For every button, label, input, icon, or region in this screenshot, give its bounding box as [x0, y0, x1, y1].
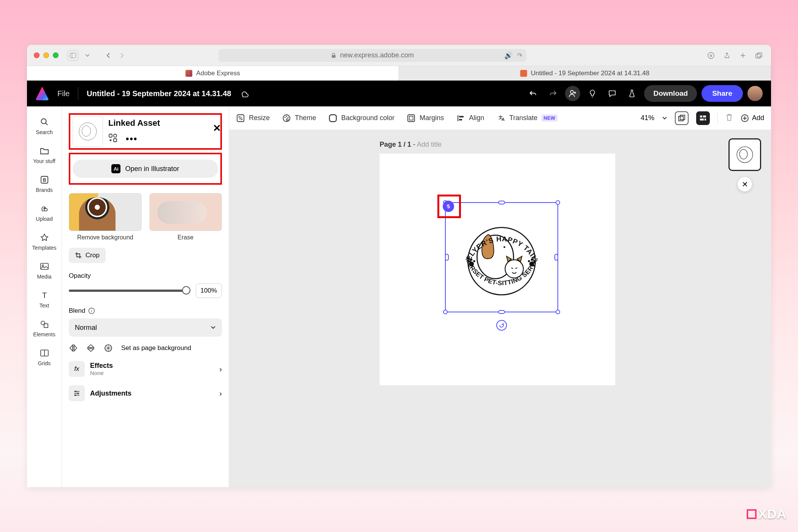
svg-rect-47	[703, 116, 706, 117]
translate-button[interactable]: 文A Translate NEW	[496, 114, 557, 123]
flip-vertical-icon[interactable]	[86, 344, 95, 353]
mask-icon[interactable]	[104, 344, 113, 353]
resize-handle-bottom[interactable]	[498, 310, 505, 314]
canvas-stage[interactable]: Page 1 / 1 - Add title ✕	[229, 130, 771, 487]
beta-button[interactable]	[624, 86, 640, 101]
opacity-slider[interactable]	[69, 290, 190, 292]
browser-chrome: new.express.adobe.com 🔊	[27, 45, 771, 66]
downloads-icon[interactable]	[706, 50, 716, 61]
add-title-placeholder[interactable]: Add title	[417, 141, 442, 148]
timeline-icon[interactable]	[696, 111, 710, 125]
theme-button[interactable]: Theme	[282, 114, 316, 123]
svg-text:B: B	[43, 177, 46, 183]
margins-button[interactable]: Margins	[407, 114, 444, 123]
rail-your-stuff[interactable]: Your stuff	[27, 141, 62, 169]
svg-rect-0	[70, 53, 76, 58]
redo-button[interactable]	[545, 86, 560, 101]
open-in-illustrator-button[interactable]: Ai Open in Illustrator	[73, 160, 218, 178]
rail-templates[interactable]: Templates	[27, 227, 62, 256]
info-icon[interactable]: i	[88, 307, 95, 314]
adjustments-row[interactable]: Adjustments ›	[69, 385, 222, 401]
more-options-icon[interactable]: •••	[126, 133, 138, 145]
rail-media[interactable]: Media	[27, 256, 62, 285]
rotate-handle[interactable]	[496, 320, 507, 331]
resize-handle-tr[interactable]	[556, 200, 560, 205]
layers-icon[interactable]	[675, 111, 689, 125]
share-icon[interactable]	[722, 50, 732, 61]
svg-rect-4	[756, 54, 760, 58]
back-button[interactable]	[103, 50, 114, 61]
maximize-window-button[interactable]	[53, 52, 59, 58]
unlink-icon[interactable]	[108, 133, 117, 145]
resize-handle-br[interactable]	[556, 310, 560, 314]
selection-box[interactable]: HELYER'S HAPPY TAILS SOMERSET PET-SITTIN…	[445, 202, 558, 312]
page-indicator[interactable]: Page 1 / 1 - Add title	[380, 141, 442, 149]
opacity-value[interactable]: 100%	[196, 283, 222, 298]
resize-handle-bl[interactable]	[443, 310, 448, 314]
browser-tab-1[interactable]: Adobe Express	[27, 66, 399, 81]
effects-row[interactable]: fx Effects None ›	[69, 361, 222, 377]
close-panel-button[interactable]: ✕	[213, 122, 221, 134]
app-logo-icon[interactable]	[35, 87, 49, 100]
resize-handle-left[interactable]	[445, 254, 449, 261]
user-avatar[interactable]	[747, 86, 763, 101]
comment-button[interactable]	[605, 86, 620, 101]
artboard[interactable]: HELYER'S HAPPY TAILS SOMERSET PET-SITTIN…	[380, 154, 615, 385]
resize-handle-top[interactable]	[498, 201, 505, 204]
favicon-icon	[185, 70, 192, 77]
new-tab-icon[interactable]	[738, 50, 748, 61]
chevron-down-icon[interactable]	[82, 50, 93, 61]
close-thumbnail-button[interactable]: ✕	[738, 177, 752, 192]
close-window-button[interactable]	[34, 52, 40, 58]
svg-rect-45	[680, 115, 685, 120]
rail-brands[interactable]: B Brands	[27, 169, 62, 198]
tabs-icon[interactable]	[754, 50, 764, 61]
linked-asset-header: Linked Asset •••	[73, 116, 218, 147]
flip-horizontal-icon[interactable]	[69, 344, 78, 353]
share-button[interactable]: Share	[701, 85, 743, 102]
rail-grids[interactable]: Grids	[27, 343, 62, 372]
slider-thumb[interactable]	[182, 286, 190, 294]
remove-bg-card[interactable]: Remove background	[69, 193, 142, 241]
asset-thumbnail[interactable]	[73, 116, 103, 147]
transform-tools: Set as page background	[69, 344, 222, 353]
rail-upload[interactable]: Upload	[27, 198, 62, 227]
set-as-bg-button[interactable]: Set as page background	[121, 344, 191, 352]
rail-search[interactable]: Search	[27, 112, 62, 141]
erase-card[interactable]: Erase	[149, 193, 222, 241]
resize-button[interactable]: Resize	[236, 114, 270, 123]
rail-elements[interactable]: Elements	[27, 314, 62, 343]
chevron-down-icon[interactable]	[662, 116, 667, 120]
zoom-value[interactable]: 41%	[641, 114, 654, 122]
cloud-sync-icon[interactable]	[239, 88, 250, 99]
url-bar[interactable]: new.express.adobe.com 🔊	[218, 49, 526, 62]
forward-button[interactable]	[116, 50, 127, 61]
svg-text:i: i	[91, 309, 92, 313]
artwork-logo[interactable]: HELYER'S HAPPY TAILS SOMERSET PET-SITTIN…	[456, 212, 547, 303]
reload-icon[interactable]	[516, 52, 522, 59]
align-button[interactable]: Align	[456, 114, 484, 123]
browser-tab-2[interactable]: Untitled - 19 September 2024 at 14.31.48	[399, 66, 771, 81]
resize-handle-right[interactable]	[554, 254, 558, 261]
minimize-window-button[interactable]	[43, 52, 49, 58]
svg-rect-36	[329, 115, 336, 122]
add-page-button[interactable]: Add	[741, 114, 764, 122]
delete-button[interactable]	[725, 113, 733, 123]
blend-select[interactable]: Normal	[69, 318, 222, 337]
audio-icon[interactable]: 🔊	[504, 51, 513, 60]
page-thumbnail[interactable]	[728, 138, 761, 171]
crop-button[interactable]: Crop	[69, 248, 106, 263]
document-title[interactable]: Untitled - 19 September 2024 at 14.31.48	[87, 89, 231, 98]
sidebar-toggle-icon[interactable]	[68, 50, 78, 61]
tips-button[interactable]	[585, 86, 600, 101]
nav-buttons	[103, 50, 127, 61]
rail-text[interactable]: T Text	[27, 285, 62, 314]
undo-button[interactable]	[526, 86, 541, 101]
file-menu[interactable]: File	[57, 89, 70, 98]
download-button[interactable]: Download	[644, 85, 697, 102]
invite-button[interactable]	[565, 86, 580, 101]
bgcolor-button[interactable]: Background color	[328, 114, 394, 123]
linked-badge-icon[interactable]	[443, 201, 454, 212]
search-icon	[40, 117, 49, 127]
plus-circle-icon	[741, 114, 749, 122]
